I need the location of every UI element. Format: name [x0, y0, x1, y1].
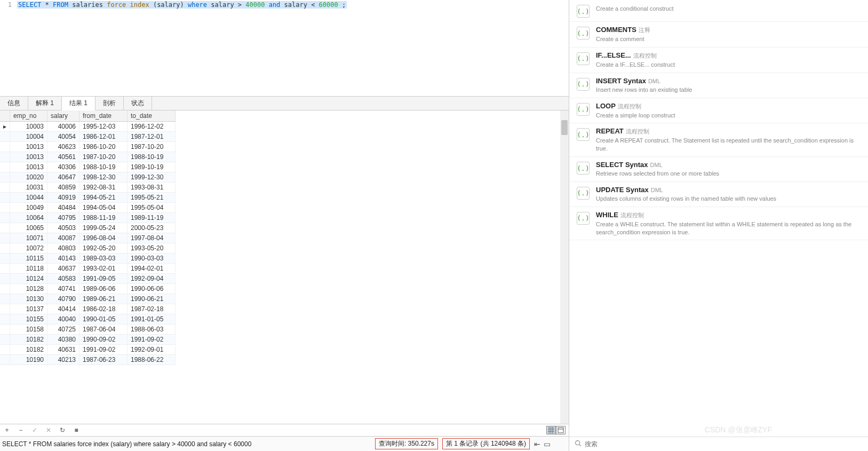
snippet-item[interactable]: (.)WHILE流程控制Create a WHILE construct. Th… — [569, 207, 868, 241]
snippet-tag: DML — [648, 78, 660, 84]
vertical-scrollbar[interactable] — [560, 110, 569, 424]
snippet-title: LOOP — [596, 102, 616, 110]
results-grid[interactable]: emp_nosalaryfrom_dateto_date ▸1000340006… — [0, 110, 176, 365]
table-row[interactable]: 10065405031999-05-242000-05-23 — [0, 223, 176, 233]
snippet-item[interactable]: (.)INSERT SyntaxDMLInsert new rows into … — [569, 73, 868, 98]
snippet-desc: Updates columns of existing rows in the … — [596, 195, 861, 203]
snippet-tag: 流程控制 — [626, 128, 649, 134]
snippet-icon: (.) — [577, 52, 590, 65]
snippet-icon: (.) — [577, 27, 590, 39]
status-sql-text: SELECT * FROM salaries force index (sala… — [2, 440, 251, 448]
record-first-icon[interactable]: ⇤ — [534, 440, 540, 448]
table-row[interactable]: 10155400401990-01-051991-01-05 — [0, 314, 176, 325]
query-time-badge: 查询时间: 350.227s — [375, 438, 438, 449]
record-box-icon[interactable]: ▭ — [544, 440, 551, 448]
snippet-tag: 流程控制 — [618, 103, 641, 109]
table-row[interactable]: 10004400541986-12-011987-12-01 — [0, 132, 176, 142]
snippet-tag: 注释 — [639, 27, 650, 33]
snippet-tag: DML — [650, 162, 663, 168]
scrollbar-thumb[interactable] — [561, 120, 568, 135]
snippet-desc: Create a conditional construct — [596, 5, 861, 13]
tab-0[interactable]: 信息 — [0, 97, 28, 110]
snippet-desc: Create a WHILE construct. The statement … — [596, 220, 861, 236]
table-row[interactable]: 10182403801990-09-021991-09-02 — [0, 335, 176, 345]
cancel-button[interactable]: ✕ — [45, 426, 52, 434]
snippet-item[interactable]: (.)COMMENTS注释Create a comment — [569, 22, 868, 48]
table-row[interactable]: 10013406231986-10-201987-10-20 — [0, 142, 176, 152]
table-row[interactable]: 10124405831991-09-051992-09-04 — [0, 274, 176, 284]
table-row[interactable]: 10072408031992-05-201993-05-20 — [0, 243, 176, 254]
snippet-desc: Insert new rows into an existing table — [596, 86, 861, 94]
table-row[interactable]: 10128407411989-06-061990-06-06 — [0, 284, 176, 294]
snippet-icon: (.) — [577, 162, 590, 175]
svg-rect-0 — [548, 427, 554, 433]
table-row[interactable]: 10182406311991-09-021992-09-01 — [0, 345, 176, 355]
grid-view-button[interactable] — [546, 426, 556, 434]
table-row[interactable]: 10020406471998-12-301999-12-30 — [0, 172, 176, 183]
table-row[interactable]: 10044409191994-05-211995-05-21 — [0, 193, 176, 203]
tab-1[interactable]: 解释 1 — [28, 97, 62, 110]
sql-code-line[interactable]: SELECT * FROM salaries force index (sala… — [17, 1, 347, 9]
snippet-desc: Create a simple loop construct — [596, 112, 861, 120]
svg-rect-5 — [558, 428, 563, 433]
svg-point-7 — [576, 441, 580, 445]
snippet-item[interactable]: (.)Create a conditional construct — [569, 0, 868, 22]
column-header-to_date[interactable]: to_date — [128, 110, 176, 122]
column-header-from_date[interactable]: from_date — [79, 110, 128, 122]
snippet-search — [569, 437, 868, 451]
snippet-tag: DML — [651, 187, 663, 193]
snippet-icon: (.) — [577, 212, 590, 225]
line-number: 1 — [0, 1, 17, 9]
column-header-emp_no[interactable]: emp_no — [10, 110, 47, 122]
table-row[interactable]: 10064407951988-11-191989-11-19 — [0, 213, 176, 223]
snippet-tag: 流程控制 — [633, 52, 657, 59]
table-row[interactable]: 10013403061988-10-191989-10-19 — [0, 162, 176, 172]
table-row[interactable]: 10118406371993-02-011994-02-01 — [0, 264, 176, 274]
snippet-title: UPDATE Syntax — [596, 186, 649, 194]
snippet-item[interactable]: (.)REPEAT流程控制Create A REPEAT construct. … — [569, 123, 868, 157]
refresh-button[interactable]: ↻ — [59, 426, 66, 434]
tab-3[interactable]: 剖析 — [95, 97, 124, 110]
snippet-desc: Create A REPEAT construct. The Statement… — [596, 137, 861, 153]
delete-row-button[interactable]: − — [17, 426, 25, 434]
table-row[interactable]: 10071400871996-08-041997-08-04 — [0, 233, 176, 243]
table-row[interactable]: 10031408591992-08-311993-08-31 — [0, 183, 176, 193]
snippet-icon: (.) — [577, 128, 590, 141]
snippet-title: IF...ELSE... — [596, 51, 631, 59]
snippet-search-input[interactable] — [585, 440, 863, 448]
table-row[interactable]: 10158407251987-06-041988-06-03 — [0, 325, 176, 335]
sql-editor[interactable]: 1 SELECT * FROM salaries force index (sa… — [0, 0, 569, 96]
snippet-title: COMMENTS — [596, 26, 636, 34]
table-row[interactable]: 10013405611987-10-201988-10-19 — [0, 152, 176, 162]
record-count-badge: 第 1 条记录 (共 1240948 条) — [442, 438, 530, 449]
table-row[interactable]: ▸10003400061995-12-031996-12-02 — [0, 122, 176, 132]
table-row[interactable]: 10137404141986-02-181987-02-18 — [0, 304, 176, 314]
snippet-item[interactable]: (.)IF...ELSE...流程控制Create a IF...ELSE...… — [569, 48, 868, 73]
snippet-item[interactable]: (.)SELECT SyntaxDMLRetrieve rows selecte… — [569, 157, 868, 182]
table-row[interactable]: 10190402131987-06-231988-06-22 — [0, 355, 176, 365]
snippet-icon: (.) — [577, 5, 590, 18]
snippet-desc: Retrieve rows selected from one or more … — [596, 170, 861, 178]
snippet-item[interactable]: (.)LOOP流程控制Create a simple loop construc… — [569, 98, 868, 124]
snippet-item[interactable]: (.)UPDATE SyntaxDMLUpdates columns of ex… — [569, 182, 868, 207]
add-row-button[interactable]: + — [3, 426, 11, 434]
snippet-icon: (.) — [577, 78, 590, 91]
tab-2[interactable]: 结果 1 — [62, 97, 95, 110]
table-row[interactable]: 10049404841994-05-041995-05-04 — [0, 203, 176, 213]
tab-4[interactable]: 状态 — [124, 97, 152, 110]
stop-button[interactable]: ■ — [73, 426, 80, 434]
svg-line-8 — [579, 445, 581, 446]
snippet-icon: (.) — [577, 187, 590, 200]
search-icon — [575, 440, 582, 448]
result-tabs: 信息解释 1结果 1剖析状态 — [0, 96, 569, 110]
grid-toolbar: + − ✓ ✕ ↻ ■ — [0, 424, 569, 436]
snippet-title: SELECT Syntax — [596, 161, 648, 169]
column-header-salary[interactable]: salary — [47, 110, 79, 122]
snippet-title: REPEAT — [596, 127, 624, 135]
table-row[interactable]: 10115401431989-03-031990-03-03 — [0, 254, 176, 264]
table-row[interactable]: 10130407901989-06-211990-06-21 — [0, 294, 176, 304]
form-view-button[interactable] — [556, 426, 566, 434]
apply-button[interactable]: ✓ — [31, 426, 38, 434]
status-bar: SELECT * FROM salaries force index (sala… — [0, 436, 569, 451]
snippet-desc: Create a IF...ELSE... construct — [596, 61, 861, 69]
